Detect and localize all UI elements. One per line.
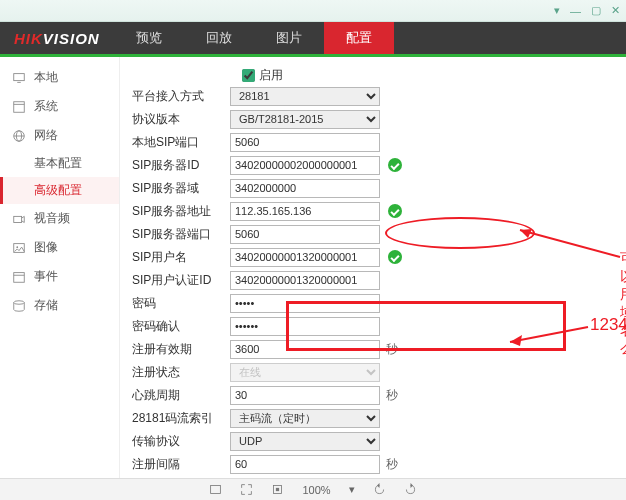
sb-rotate-right-icon[interactable]	[404, 483, 417, 496]
sb-zoom-dropdown-icon[interactable]: ▾	[349, 483, 355, 496]
form-input-14[interactable]: 主码流（定时）	[230, 409, 380, 428]
enable-label: 启用	[259, 67, 283, 84]
form-label: SIP用户认证ID	[120, 272, 230, 289]
form-label: 协议版本	[120, 111, 230, 128]
check-ok-icon	[388, 204, 402, 218]
unit-label: 秒	[386, 456, 398, 473]
titlebar-min-icon[interactable]: —	[570, 5, 581, 17]
form-input-15[interactable]: UDP	[230, 432, 380, 451]
titlebar-close-icon[interactable]: ✕	[611, 4, 620, 17]
form-input-2[interactable]	[230, 133, 380, 152]
enable-checkbox[interactable]	[242, 69, 255, 82]
form-label: 密码	[120, 295, 230, 312]
tab-3[interactable]: 配置	[324, 22, 394, 54]
form-input-3[interactable]	[230, 156, 380, 175]
form-input-17[interactable]	[230, 478, 380, 479]
form-row-1: 协议版本GB/T28181-2015	[120, 108, 626, 130]
form-label: 注册状态	[120, 364, 230, 381]
svg-rect-0	[14, 73, 25, 80]
form-label: 传输协议	[120, 433, 230, 450]
titlebar-menu-icon[interactable]: ▾	[554, 4, 560, 17]
form-label: SIP用户名	[120, 249, 230, 266]
form-row-10: 密码确认	[120, 315, 626, 337]
check-ok-icon	[388, 250, 402, 264]
svg-point-12	[14, 300, 25, 304]
form-row-5: SIP服务器地址	[120, 200, 626, 222]
sidebar-item-image[interactable]: 图像	[0, 233, 119, 262]
enable-row: 启用	[120, 65, 626, 85]
sb-fit-icon[interactable]	[271, 483, 284, 496]
form-input-5[interactable]	[230, 202, 380, 221]
form-row-11: 注册有效期秒	[120, 338, 626, 360]
form-input-11[interactable]	[230, 340, 380, 359]
annotation-text-domain: 可以用域名么?	[620, 250, 626, 358]
form-row-8: SIP用户认证ID	[120, 269, 626, 291]
sb-fullscreen-icon[interactable]	[240, 483, 253, 496]
svg-marker-20	[377, 483, 379, 488]
form-input-13[interactable]	[230, 386, 380, 405]
sidebar-item-calendar[interactable]: 事件	[0, 262, 119, 291]
sb-rotate-left-icon[interactable]	[373, 483, 386, 496]
form-label: 心跳周期	[120, 387, 230, 404]
tab-0[interactable]: 预览	[114, 22, 184, 54]
form-input-4[interactable]	[230, 179, 380, 198]
form-row-7: SIP用户名	[120, 246, 626, 268]
form-label: 平台接入方式	[120, 88, 230, 105]
sidebar-item-storage[interactable]: 存储	[0, 291, 119, 320]
svg-point-9	[16, 246, 18, 248]
status-bar: 100% ▾	[0, 478, 626, 500]
sidebar: 本地系统网络基本配置高级配置视音频图像事件存储	[0, 57, 120, 478]
sb-screenshot-icon[interactable]	[209, 483, 222, 496]
form-row-13: 心跳周期秒	[120, 384, 626, 406]
sidebar-item-monitor[interactable]: 本地	[0, 63, 119, 92]
form-label: SIP服务器端口	[120, 226, 230, 243]
main-area: 本地系统网络基本配置高级配置视音频图像事件存储 启用 平台接入方式28181协议…	[0, 57, 626, 478]
form-row-9: 密码	[120, 292, 626, 314]
window-titlebar: ▾ — ▢ ✕	[0, 0, 626, 22]
form-input-8[interactable]	[230, 271, 380, 290]
form-row-4: SIP服务器域	[120, 177, 626, 199]
form-label: 注册有效期	[120, 341, 230, 358]
form-row-14: 28181码流索引主码流（定时）	[120, 407, 626, 429]
form-input-6[interactable]	[230, 225, 380, 244]
form-input-12: 在线	[230, 363, 380, 382]
sidebar-item-window[interactable]: 系统	[0, 92, 119, 121]
brand-logo: HIKVISION	[0, 30, 114, 47]
form-input-9[interactable]	[230, 294, 380, 313]
form-label: SIP服务器ID	[120, 157, 230, 174]
sb-zoom-label: 100%	[302, 484, 330, 496]
form-row-0: 平台接入方式28181	[120, 85, 626, 107]
form-label: 本地SIP端口	[120, 134, 230, 151]
form-row-6: SIP服务器端口	[120, 223, 626, 245]
form-input-7[interactable]	[230, 248, 380, 267]
sidebar-item-globe[interactable]: 网络	[0, 121, 119, 150]
form-input-0[interactable]: 28181	[230, 87, 380, 106]
svg-rect-7	[14, 216, 22, 222]
form-input-1[interactable]: GB/T28181-2015	[230, 110, 380, 129]
form-row-12: 注册状态在线	[120, 361, 626, 383]
form-label: SIP服务器地址	[120, 203, 230, 220]
check-ok-icon	[388, 158, 402, 172]
svg-marker-21	[410, 483, 412, 488]
form-row-3: SIP服务器ID	[120, 154, 626, 176]
titlebar-max-icon[interactable]: ▢	[591, 4, 601, 17]
content-pane: 启用 平台接入方式28181协议版本GB/T28181-2015本地SIP端口S…	[120, 57, 626, 478]
svg-rect-19	[276, 488, 279, 491]
sidebar-sub-0[interactable]: 基本配置	[0, 150, 119, 177]
tab-1[interactable]: 回放	[184, 22, 254, 54]
form-label: 28181码流索引	[120, 410, 230, 427]
sidebar-sub-1[interactable]: 高级配置	[0, 177, 119, 204]
form-label: 注册间隔	[120, 456, 230, 473]
app-header: HIKVISION 预览回放图片配置	[0, 22, 626, 54]
form-input-10[interactable]	[230, 317, 380, 336]
form-input-16[interactable]	[230, 455, 380, 474]
sidebar-item-camera[interactable]: 视音频	[0, 204, 119, 233]
form-row-2: 本地SIP端口	[120, 131, 626, 153]
form-label: SIP服务器域	[120, 180, 230, 197]
form-row-15: 传输协议UDP	[120, 430, 626, 452]
main-tabs: 预览回放图片配置	[114, 22, 394, 54]
svg-rect-17	[211, 485, 221, 493]
form-row-17: 最大心跳超时次数	[120, 476, 626, 478]
svg-rect-10	[14, 272, 25, 282]
tab-2[interactable]: 图片	[254, 22, 324, 54]
